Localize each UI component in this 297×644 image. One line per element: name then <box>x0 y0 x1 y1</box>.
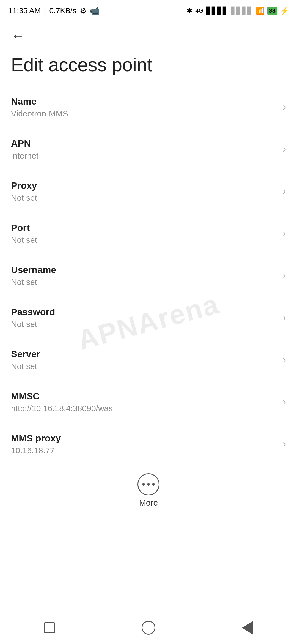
chevron-right-icon: › <box>283 312 286 323</box>
charging-icon: ⚡ <box>280 7 289 15</box>
settings-item-label: Server <box>11 349 277 359</box>
status-speed-value: 0.7KB/s <box>50 6 76 15</box>
settings-icon: ⚙ <box>80 6 87 15</box>
status-bar: 11:35 AM | 0.7KB/s ⚙ 📹 ✱ 4G ▋▋▋▋ ▋▋▋▋ 📶 … <box>0 0 297 19</box>
recents-icon <box>44 622 55 633</box>
settings-item[interactable]: MMSChttp://10.16.18.4:38090/was› <box>0 381 297 423</box>
settings-item[interactable]: APNinternet› <box>0 128 297 170</box>
more-button[interactable] <box>138 473 160 495</box>
settings-item-value: 10.16.18.77 <box>11 446 277 455</box>
settings-item-value: Not set <box>11 277 277 287</box>
wifi-icon: 📶 <box>256 7 265 15</box>
settings-item-label: Port <box>11 222 277 233</box>
signal-4g-icon: 4G <box>195 7 203 14</box>
settings-list: NameVideotron-MMS›APNinternet›ProxyNot s… <box>0 86 297 465</box>
back-arrow-icon: ← <box>11 28 25 43</box>
settings-item-value: internet <box>11 151 277 160</box>
settings-item-content: ProxyNot set <box>11 180 277 203</box>
chevron-right-icon: › <box>283 270 286 281</box>
status-time: 11:35 AM <box>8 6 41 15</box>
settings-item-label: MMSC <box>11 391 277 402</box>
dot3 <box>152 483 155 486</box>
settings-item-value: Not set <box>11 235 277 245</box>
settings-item-value: Videotron-MMS <box>11 109 277 118</box>
settings-item-label: Password <box>11 307 277 317</box>
settings-item-label: APN <box>11 138 277 149</box>
dot2 <box>147 483 150 486</box>
battery-level: 38 <box>269 7 276 14</box>
settings-item-content: UsernameNot set <box>11 264 277 287</box>
settings-item-content: APNinternet <box>11 138 277 160</box>
status-right: ✱ 4G ▋▋▋▋ ▋▋▋▋ 📶 38 ⚡ <box>186 7 289 15</box>
signal-bars2-icon: ▋▋▋▋ <box>231 7 253 15</box>
nav-bar <box>0 611 297 644</box>
settings-item-content: NameVideotron-MMS <box>11 96 277 118</box>
chevron-right-icon: › <box>283 101 286 113</box>
settings-item-label: Username <box>11 264 277 275</box>
nav-recents-button[interactable] <box>38 617 61 639</box>
status-left: 11:35 AM | 0.7KB/s ⚙ 📹 <box>8 6 100 15</box>
chevron-right-icon: › <box>283 438 286 450</box>
settings-item[interactable]: ServerNot set› <box>0 339 297 381</box>
settings-item[interactable]: MMS proxy10.16.18.77› <box>0 423 297 465</box>
settings-item[interactable]: PortNot set› <box>0 212 297 255</box>
settings-item[interactable]: UsernameNot set› <box>0 255 297 297</box>
settings-item-content: ServerNot set <box>11 349 277 371</box>
page-title: Edit access point <box>0 49 297 86</box>
settings-item-value: Not set <box>11 320 277 329</box>
settings-item-content: MMS proxy10.16.18.77 <box>11 433 277 455</box>
nav-back-button[interactable] <box>237 617 258 639</box>
camera-icon: 📹 <box>90 6 100 15</box>
settings-item-value: Not set <box>11 193 277 203</box>
battery-indicator: 38 <box>267 7 277 15</box>
chevron-right-icon: › <box>283 354 286 365</box>
bluetooth-icon: ✱ <box>186 7 193 15</box>
settings-item[interactable]: PasswordNot set› <box>0 297 297 339</box>
home-icon <box>142 621 155 635</box>
more-label: More <box>139 498 158 507</box>
back-icon <box>242 621 253 635</box>
settings-item-value: Not set <box>11 362 277 371</box>
more-dots-icon <box>142 483 155 486</box>
more-button-area: More <box>0 465 297 513</box>
status-speed: | <box>44 6 46 15</box>
settings-item-label: MMS proxy <box>11 433 277 444</box>
chevron-right-icon: › <box>283 396 286 408</box>
signal-bars-icon: ▋▋▋▋ <box>206 7 228 15</box>
settings-item-content: PortNot set <box>11 222 277 245</box>
back-button[interactable]: ← <box>0 19 297 49</box>
settings-item-label: Proxy <box>11 180 277 191</box>
chevron-right-icon: › <box>283 185 286 197</box>
chevron-right-icon: › <box>283 143 286 155</box>
settings-item-content: MMSChttp://10.16.18.4:38090/was <box>11 391 277 413</box>
dot1 <box>142 483 145 486</box>
settings-item-content: PasswordNot set <box>11 307 277 329</box>
chevron-right-icon: › <box>283 228 286 239</box>
nav-home-button[interactable] <box>138 617 160 639</box>
settings-item-label: Name <box>11 96 277 107</box>
settings-item-value: http://10.16.18.4:38090/was <box>11 404 277 413</box>
settings-item[interactable]: NameVideotron-MMS› <box>0 86 297 128</box>
settings-item[interactable]: ProxyNot set› <box>0 170 297 212</box>
